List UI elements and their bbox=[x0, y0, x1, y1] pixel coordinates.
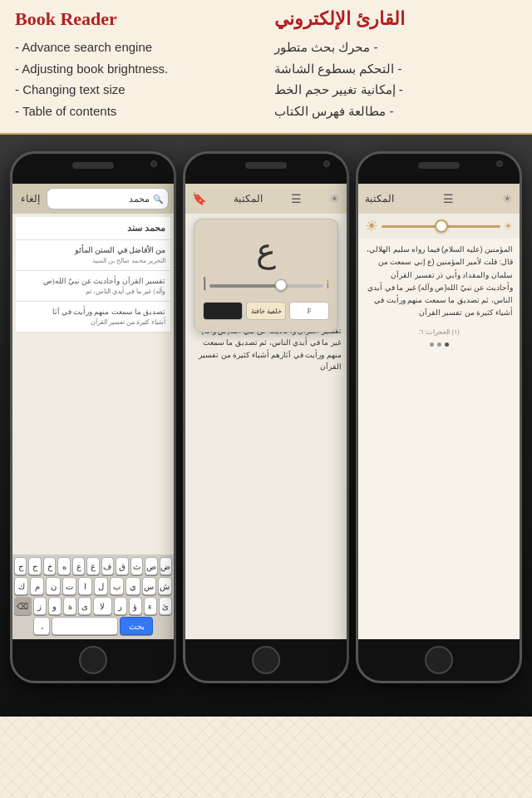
library-label: المكتبة bbox=[365, 193, 394, 205]
search-value: محمد bbox=[129, 194, 150, 204]
key-sin[interactable]: س bbox=[142, 577, 156, 595]
key-meem[interactable]: م bbox=[30, 577, 44, 595]
key-ra[interactable]: ر bbox=[114, 597, 127, 615]
feature-en-3: - Changing text size bbox=[15, 79, 258, 101]
key-fa[interactable]: ف bbox=[101, 557, 114, 575]
background-options-row: F خلفية خافتة bbox=[203, 302, 329, 320]
key-waw[interactable]: و bbox=[48, 597, 62, 615]
key-hamza-ya[interactable]: ئ bbox=[159, 597, 172, 615]
menu-icon[interactable]: ☰ bbox=[291, 192, 302, 206]
bg-option-white[interactable]: F bbox=[289, 302, 329, 320]
list-item[interactable]: تفسير القرآن وأحاديث عن نبيّ الله(ص وآله… bbox=[16, 271, 170, 302]
phone-search: 🔍 محمد إلغاء محمد سند من الأفاضل في السن… bbox=[10, 151, 176, 683]
list-item-subtext: وآله) غير ما في أيدي الناس، ثم bbox=[21, 287, 165, 296]
arabic-keyboard: ض ص ث ق ف غ ع ه خ ح ج ش س ي ب ل bbox=[12, 554, 174, 639]
phone1-topbar bbox=[12, 154, 174, 184]
bg-white-label: F bbox=[308, 308, 311, 315]
key-ta-marbuta[interactable]: ة bbox=[63, 597, 76, 615]
cancel-button[interactable]: إلغاء bbox=[17, 191, 43, 206]
key-alef-maqsura[interactable]: ى bbox=[78, 597, 91, 615]
library-label: المكتبة bbox=[234, 193, 263, 205]
key-hha[interactable]: ح bbox=[28, 557, 41, 575]
brightness-thumb[interactable] bbox=[435, 219, 448, 233]
home-button[interactable] bbox=[425, 646, 453, 674]
bg-beige-label: خلفية خافتة bbox=[251, 308, 282, 315]
title-arabic: القارئ الإلكتروني bbox=[274, 8, 405, 30]
phone-reading: ☀ ☰ المكتبة ☀ ☀ المؤمنين (عليه السلام) ف… bbox=[356, 151, 522, 683]
home-button[interactable] bbox=[252, 646, 280, 674]
font-size-slider-row: أ أ bbox=[203, 278, 329, 293]
font-size-slider[interactable] bbox=[209, 284, 323, 288]
phones-display: 🔍 محمد إلغاء محمد سند من الأفاضل في السن… bbox=[0, 135, 532, 717]
sun-small-icon: ☀ bbox=[504, 220, 513, 233]
key-jeem[interactable]: ج bbox=[14, 557, 27, 575]
search-input[interactable]: 🔍 محمد bbox=[47, 188, 169, 209]
key-hamza[interactable]: ء bbox=[144, 597, 157, 615]
key-dad[interactable]: ض bbox=[160, 557, 172, 575]
phone1-searchbar-area: 🔍 محمد إلغاء bbox=[12, 184, 174, 214]
key-ba[interactable]: ب bbox=[110, 577, 124, 595]
key-nun[interactable]: ن bbox=[46, 577, 60, 595]
bg-option-beige[interactable]: خلفية خافتة bbox=[246, 302, 286, 320]
features-arabic: القارئ الإلكتروني - محرك بحث متطور - الت… bbox=[266, 8, 517, 121]
key-tha[interactable]: ث bbox=[131, 557, 143, 575]
brightness-icon[interactable]: ☀ bbox=[329, 192, 340, 206]
camera bbox=[323, 160, 330, 167]
speaker bbox=[245, 162, 287, 169]
list-item[interactable]: من الأفاضل في السنن المأثو التحرير محمد … bbox=[16, 240, 170, 271]
search-button[interactable]: بحث bbox=[120, 617, 153, 635]
page-dots bbox=[358, 339, 520, 350]
list-item-text: تصديق ما سمعت منهم ورأيت في آثا bbox=[21, 307, 165, 318]
key-alef[interactable]: ا bbox=[78, 577, 92, 595]
slider-thumb[interactable] bbox=[275, 279, 287, 291]
key-shin[interactable]: ش bbox=[158, 577, 172, 595]
menu-icon[interactable]: ☰ bbox=[443, 192, 454, 206]
space-key[interactable] bbox=[52, 617, 118, 635]
feature-header: Book Reader - Advance search engine - Ad… bbox=[0, 0, 532, 135]
font-large-label: أ bbox=[203, 278, 206, 293]
comma-key[interactable]: ، bbox=[33, 617, 50, 635]
phone-fontsize: ☀ ☰ المكتبة 🔖 ع أ أ F bbox=[183, 151, 349, 683]
list-item-title: محمد سند bbox=[21, 222, 165, 234]
phone2-nav: ☀ ☰ المكتبة 🔖 bbox=[185, 184, 347, 214]
key-ta[interactable]: ت bbox=[62, 577, 76, 595]
dot-1 bbox=[445, 342, 449, 347]
key-lam[interactable]: ل bbox=[94, 577, 108, 595]
speaker bbox=[418, 162, 460, 169]
dot-2 bbox=[437, 342, 441, 347]
phone3-topbar bbox=[358, 154, 520, 184]
search-results-list: محمد سند من الأفاضل في السنن المأثو التح… bbox=[12, 214, 174, 336]
keyboard-row-3: ئ ء ؤ ر لا ى ة و ز ⌫ bbox=[14, 597, 172, 615]
sun-large-icon: ☀ bbox=[365, 217, 378, 235]
phone1-bottom bbox=[12, 639, 174, 681]
phone2-topbar bbox=[185, 154, 347, 184]
list-item[interactable]: تصديق ما سمعت منهم ورأيت في آثا أشياء كث… bbox=[16, 302, 170, 332]
key-kha[interactable]: خ bbox=[43, 557, 56, 575]
key-ain[interactable]: ع bbox=[72, 557, 85, 575]
key-sad[interactable]: ص bbox=[145, 557, 157, 575]
bg-option-night[interactable] bbox=[203, 302, 243, 320]
key-kaf[interactable]: ك bbox=[14, 577, 28, 595]
key-ha[interactable]: ه bbox=[57, 557, 70, 575]
key-zay[interactable]: ز bbox=[33, 597, 47, 615]
brightness-icon[interactable]: ☀ bbox=[502, 192, 513, 206]
key-ghain[interactable]: غ bbox=[86, 557, 99, 575]
feature-ar-2: - التحكم بسطوع الشاشة bbox=[274, 58, 402, 80]
list-item[interactable]: محمد سند bbox=[16, 217, 170, 240]
feature-ar-1: - محرك بحث متطور bbox=[274, 37, 378, 58]
delete-key[interactable]: ⌫ bbox=[14, 597, 32, 615]
phone2-bottom bbox=[185, 639, 347, 681]
bookmark-icon[interactable]: 🔖 bbox=[192, 192, 206, 206]
brightness-slider[interactable] bbox=[382, 225, 500, 228]
key-qaf[interactable]: ق bbox=[116, 557, 128, 575]
feature-en-1: - Advance search engine bbox=[15, 37, 258, 58]
home-button[interactable] bbox=[79, 646, 107, 674]
camera bbox=[496, 160, 503, 167]
key-lam-alef[interactable]: لا bbox=[93, 597, 111, 615]
phone3-nav: ☀ ☰ المكتبة bbox=[358, 184, 520, 214]
key-hamza-waw[interactable]: ؤ bbox=[129, 597, 142, 615]
key-ya[interactable]: ي bbox=[126, 577, 140, 595]
phone3-reading-text: المؤمنين (عليه السلام) فيما رواه سليم ال… bbox=[358, 239, 520, 325]
keyboard-row-1: ض ص ث ق ف غ ع ه خ ح ج bbox=[14, 557, 172, 575]
feature-ar-4: - مطالعة فهرس الكتاب bbox=[274, 101, 394, 122]
